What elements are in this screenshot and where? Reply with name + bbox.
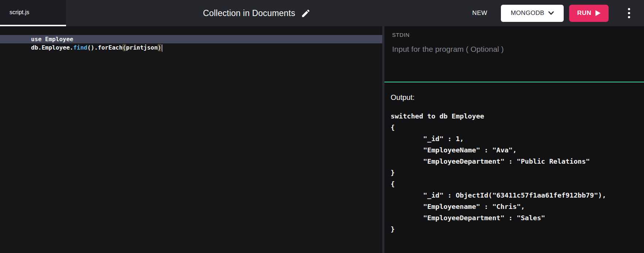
tab-label: script.js xyxy=(9,9,29,16)
code-text: (). xyxy=(87,44,98,51)
code-text: forEach xyxy=(98,44,122,51)
stdin-section: STDIN xyxy=(384,26,644,82)
output-label: Output: xyxy=(391,93,638,102)
language-select[interactable]: MONGODB xyxy=(501,5,564,22)
chevron-down-icon xyxy=(548,11,554,15)
matched-close-paren: ) xyxy=(158,44,161,51)
header-controls: NEW MONGODB RUN xyxy=(472,0,632,26)
code-editor[interactable]: use Employee db.Employee.find().forEach(… xyxy=(0,26,382,253)
play-icon xyxy=(595,10,601,16)
code-keyword: find xyxy=(73,44,88,51)
app-window: script.js Collection in Documents NEW MO… xyxy=(0,0,644,253)
text-cursor xyxy=(162,44,162,52)
stdin-input[interactable] xyxy=(392,45,637,78)
edit-title-button[interactable] xyxy=(301,8,311,18)
project-title-block: Collection in Documents xyxy=(203,0,311,26)
output-text: switched to db Employee { "_id" : 1, "Em… xyxy=(391,110,638,235)
matched-open-paren: ( xyxy=(123,44,126,51)
header-bar: script.js Collection in Documents NEW MO… xyxy=(0,0,644,26)
pencil-icon xyxy=(301,8,311,18)
code-text: db.Employee. xyxy=(31,44,73,51)
main-area: use Employee db.Employee.find().forEach(… xyxy=(0,26,644,253)
kebab-dot xyxy=(628,16,630,18)
page-title: Collection in Documents xyxy=(203,8,295,18)
run-button[interactable]: RUN xyxy=(569,5,609,22)
code-text: printjson xyxy=(126,44,158,51)
code-text: use Employee xyxy=(31,36,73,43)
output-section: Output: switched to db Employee { "_id" … xyxy=(384,82,644,253)
more-menu-button[interactable] xyxy=(626,7,632,20)
stdin-label: STDIN xyxy=(392,32,637,38)
run-button-label: RUN xyxy=(577,9,591,17)
new-button[interactable]: NEW xyxy=(472,9,487,17)
code-line-1: use Employee xyxy=(0,27,382,35)
kebab-dot xyxy=(628,8,630,10)
kebab-dot xyxy=(628,12,630,14)
tab-script-js[interactable]: script.js xyxy=(0,0,66,26)
io-panel: STDIN Output: switched to db Employee { … xyxy=(384,26,644,253)
language-select-value: MONGODB xyxy=(511,9,544,17)
